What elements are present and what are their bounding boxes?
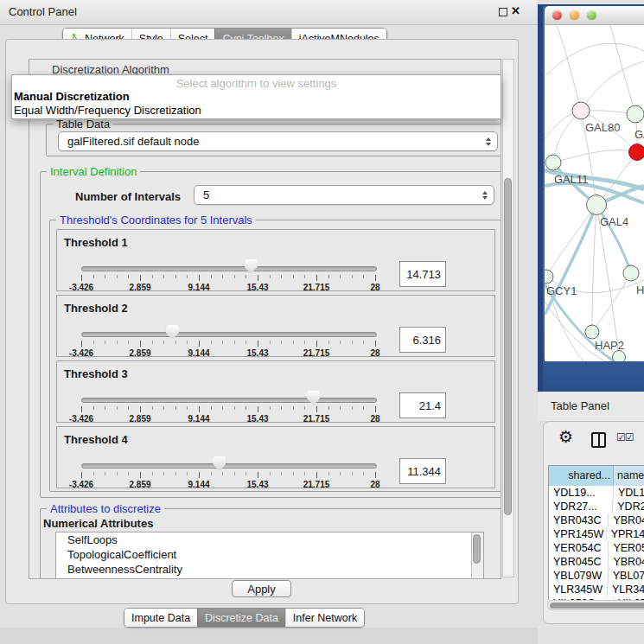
checkbox-icons[interactable]: ☑☑ (616, 431, 634, 443)
threshold-1-value-field[interactable]: 14.713 (399, 261, 446, 287)
float-window-icon[interactable] (499, 8, 507, 16)
cell-shared-name[interactable]: YBL079W (549, 569, 609, 583)
slider-ticks (81, 472, 376, 479)
numerical-attributes-list[interactable]: SelfLoopsTopologicalCoefficientBetweenne… (55, 532, 484, 579)
tick-mark (281, 275, 282, 278)
cell-shared-name[interactable]: YBR045C (549, 555, 609, 569)
tick-mark (81, 472, 82, 478)
table-row[interactable]: YPR145WYPR145W (549, 527, 644, 541)
cell-shared-name[interactable]: YBR043C (549, 513, 609, 527)
tick-mark (340, 406, 341, 410)
attribute-list-item[interactable]: TopologicalCoefficient (56, 547, 483, 562)
slider-track[interactable] (81, 332, 377, 337)
column-header-shared-name[interactable]: shared... (549, 466, 614, 486)
discretization-settings-panel: Discretization Algorithm Table Data galF… (29, 59, 501, 579)
dropdown-item-manual-discretization[interactable]: Manual Discretization (12, 90, 501, 104)
slider-thumb[interactable] (166, 325, 179, 340)
table-row[interactable]: YLR345WYLR345W (549, 583, 644, 596)
traffic-light-close-icon[interactable] (552, 10, 562, 20)
table-horizontal-scrollbar[interactable] (547, 600, 644, 610)
tab-impute-data[interactable]: Impute Data (124, 609, 197, 627)
node-gal80[interactable] (572, 102, 590, 119)
tab-infer-network[interactable]: Infer Network (285, 609, 364, 627)
slider-track[interactable] (81, 463, 377, 469)
cell-name[interactable]: YDL19... (614, 486, 644, 500)
number-of-intervals-combobox[interactable]: 5 (194, 185, 494, 205)
attribute-list-item[interactable]: SelfLoops (56, 532, 483, 547)
threshold-4-slider[interactable]: -3.4262.8599.14415.4321.71528 (81, 456, 376, 489)
table-row[interactable]: YBR045CYBR045C (549, 555, 644, 569)
tick-mark (93, 341, 94, 344)
attribute-list-item[interactable]: BetweennessCentrality (56, 562, 483, 577)
dropdown-placeholder-item[interactable]: Select algorithm to view settings (12, 77, 501, 90)
gear-icon[interactable]: ⚙ (558, 427, 573, 447)
cell-shared-name[interactable]: YDL19... (549, 486, 614, 500)
cell-name[interactable]: YBR045C (609, 555, 644, 569)
node-gal11[interactable] (545, 155, 561, 170)
column-layout-icon[interactable] (591, 432, 606, 448)
tick-mark (199, 275, 200, 281)
cell-name[interactable]: YBR043C (609, 513, 644, 527)
scrollbar-thumb[interactable] (473, 534, 481, 564)
cell-name[interactable]: YER054C (609, 541, 644, 555)
tick-mark (117, 341, 118, 344)
network-canvas[interactable]: GAL80 GA GAL11 GAL4 GCY1 H HAP2 (545, 25, 644, 361)
node-hap2[interactable] (585, 325, 599, 339)
list-scrollbar[interactable] (471, 532, 483, 579)
node-selected-red[interactable] (629, 144, 644, 161)
tick-mark (245, 275, 246, 278)
threshold-2-slider[interactable]: -3.4262.8599.14415.4321.71528 (81, 325, 376, 358)
traffic-light-minimize-icon[interactable] (570, 10, 579, 20)
dropdown-item-equal-width-frequency[interactable]: Equal Width/Frequency Discretization (12, 104, 501, 118)
scrollbar-thumb[interactable] (504, 178, 512, 515)
threshold-4-value-field[interactable]: 11.344 (399, 458, 446, 484)
table-row[interactable]: YBL079WYBL079W (549, 569, 644, 583)
traffic-light-zoom-icon[interactable] (587, 10, 596, 20)
cell-name[interactable]: YBL079W (609, 569, 644, 583)
tick-label: 15.43 (246, 414, 268, 424)
slider-track[interactable] (81, 266, 377, 271)
threshold-3-slider[interactable]: -3.4262.8599.14415.4321.71528 (81, 391, 376, 424)
table-row[interactable]: YDL19...YDL19... (549, 486, 644, 500)
threshold-2-value-field[interactable]: 6.316 (399, 327, 446, 353)
node-h[interactable] (623, 265, 639, 281)
node-top-right[interactable] (627, 105, 644, 123)
table-row[interactable]: YDR27...YDR27... (549, 500, 644, 513)
slider-thumb[interactable] (245, 259, 258, 274)
slider-track[interactable] (81, 398, 377, 403)
tick-label: 2.859 (129, 480, 150, 489)
node-label: GAL11 (554, 173, 589, 186)
threshold-1-slider[interactable]: -3.4262.8599.14415.4321.71528 (81, 259, 376, 292)
tick-label: 9.144 (188, 348, 209, 358)
tick-mark (281, 406, 282, 410)
tick-mark (187, 406, 188, 410)
tab-discretize-data[interactable]: Discretize Data (197, 609, 285, 627)
slider-thumb[interactable] (213, 456, 226, 471)
node-gal4[interactable] (587, 195, 607, 215)
network-edges[interactable] (545, 25, 644, 361)
table-row[interactable]: YER054CYER054C (549, 541, 644, 555)
table-data-combobox[interactable]: galFiltered.sif default node (58, 131, 498, 151)
cell-shared-name[interactable]: YDR27... (549, 500, 613, 513)
cell-name[interactable]: YPR145W (607, 527, 644, 541)
cell-name[interactable]: YLR345W (608, 583, 644, 596)
cell-shared-name[interactable]: YLR345W (549, 583, 608, 596)
apply-button[interactable]: Apply (232, 580, 291, 597)
tick-mark (163, 341, 164, 344)
node-gcy1[interactable] (545, 270, 553, 284)
tick-mark (187, 275, 188, 278)
scrollbar-thumb[interactable] (550, 603, 644, 609)
cell-shared-name[interactable]: YER054C (549, 541, 609, 555)
tick-mark (222, 406, 223, 410)
slider-thumb[interactable] (307, 391, 320, 405)
cell-name[interactable]: YDR27... (613, 500, 644, 513)
node-table: shared... name YDL19...YDL19...YDR27...Y… (548, 465, 644, 600)
threshold-3-value-field[interactable]: 21.4 (399, 392, 446, 418)
node-bottom[interactable] (613, 351, 626, 362)
close-icon[interactable]: ✕ (511, 4, 520, 17)
column-header-name[interactable]: name (614, 466, 644, 486)
cell-shared-name[interactable]: YPR145W (549, 527, 607, 541)
tick-mark (245, 341, 246, 344)
settings-scrollbar[interactable] (502, 59, 514, 577)
table-row[interactable]: YBR043CYBR043C (549, 513, 644, 527)
